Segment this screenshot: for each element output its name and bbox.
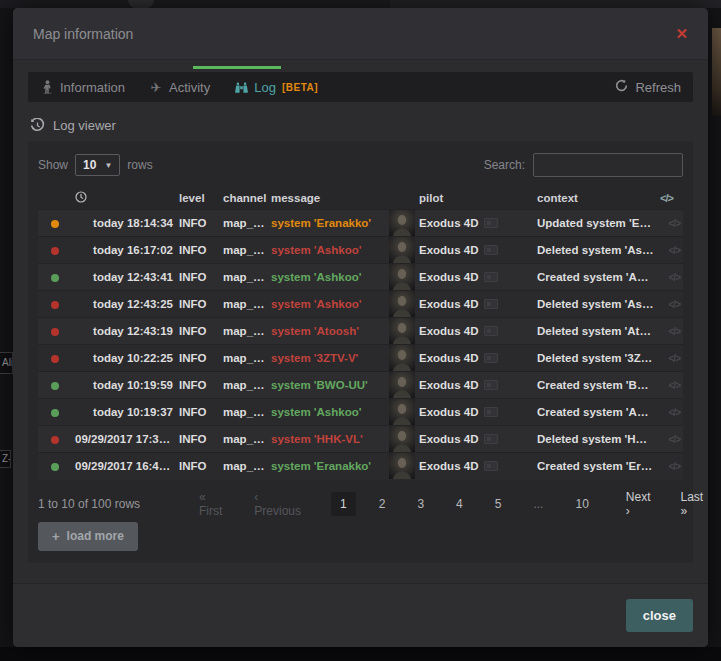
- log-viewer-heading: Log viewer: [30, 118, 691, 133]
- search-input[interactable]: [533, 153, 683, 177]
- next-page-button[interactable]: Next ›: [617, 485, 660, 523]
- id-card-icon[interactable]: [484, 461, 498, 471]
- page-button[interactable]: 3: [408, 492, 433, 516]
- code-icon[interactable]: </>: [669, 407, 680, 418]
- log-message: system '3ZTV-V': [268, 345, 388, 372]
- code-icon[interactable]: </>: [669, 245, 680, 256]
- table-row[interactable]: today 16:17:02 INFO map_16 system 'Ashko…: [38, 237, 683, 264]
- pilot-cell: Exodus 4D: [416, 372, 534, 399]
- refresh-button[interactable]: Refresh: [615, 79, 681, 95]
- tab-log[interactable]: Log [BETA]: [234, 80, 318, 95]
- id-card-icon[interactable]: [484, 380, 498, 390]
- log-channel: map_16: [220, 318, 268, 345]
- log-context: Created system 'Ashkoo' ...: [534, 399, 657, 426]
- page-button[interactable]: 4: [447, 492, 472, 516]
- pagination: 1 to 10 of 100 rows « First ‹ Previous 1…: [38, 490, 683, 518]
- context-column-header[interactable]: context: [534, 187, 657, 210]
- tab-information[interactable]: Information: [40, 80, 125, 95]
- backdrop-artifact: [712, 28, 721, 116]
- last-page-button[interactable]: Last »: [672, 485, 708, 523]
- id-card-icon[interactable]: [484, 272, 498, 282]
- log-table-body: today 18:14:34 INFO map_16 system 'Erana…: [38, 210, 683, 480]
- page-ellipsis: ...: [524, 492, 552, 516]
- log-level: INFO: [176, 291, 220, 318]
- table-row[interactable]: today 10:22:25 INFO map_16 system '3ZTV-…: [38, 345, 683, 372]
- avatar-cell: [388, 237, 416, 264]
- close-icon[interactable]: ✕: [675, 26, 688, 41]
- code-cell: </>: [657, 453, 683, 480]
- log-channel: map_16: [220, 345, 268, 372]
- log-time: today 12:43:25: [72, 291, 176, 318]
- pilot-cell: Exodus 4D: [416, 264, 534, 291]
- close-button[interactable]: close: [626, 599, 693, 632]
- load-more-button[interactable]: + load more: [38, 522, 138, 551]
- code-icon[interactable]: </>: [669, 353, 680, 364]
- table-row[interactable]: today 18:14:34 INFO map_16 system 'Erana…: [38, 210, 683, 237]
- tab-activity[interactable]: ✈ Activity: [149, 80, 210, 95]
- pilot-cell: Exodus 4D: [416, 399, 534, 426]
- search-control: Search:: [484, 153, 683, 177]
- table-row[interactable]: 09/29/2017 17:34:25 INFO map_16 system '…: [38, 426, 683, 453]
- code-icon[interactable]: </>: [669, 218, 680, 229]
- first-page-button[interactable]: « First: [190, 485, 231, 523]
- code-icon[interactable]: </>: [669, 272, 680, 283]
- dialog-header: Map information ✕: [13, 8, 708, 60]
- table-row[interactable]: today 10:19:37 INFO map_16 system 'Ashko…: [38, 399, 683, 426]
- log-context: Deleted system 'HHK-VL' ...: [534, 426, 657, 453]
- log-level: INFO: [176, 399, 220, 426]
- code-column-header[interactable]: </>: [657, 187, 683, 210]
- id-card-icon[interactable]: [484, 218, 498, 228]
- channel-column-header[interactable]: channel: [220, 187, 268, 210]
- code-cell: </>: [657, 264, 683, 291]
- refresh-icon: [615, 79, 628, 95]
- table-row[interactable]: today 12:43:41 INFO map_16 system 'Ashko…: [38, 264, 683, 291]
- code-icon[interactable]: </>: [669, 299, 680, 310]
- search-label: Search:: [484, 158, 525, 172]
- log-message: system 'HHK-VL': [268, 426, 388, 453]
- status-dot: [51, 436, 59, 444]
- status-cell: [38, 210, 72, 237]
- code-cell: </>: [657, 318, 683, 345]
- log-level: INFO: [176, 372, 220, 399]
- table-row[interactable]: today 10:19:59 INFO map_16 system 'BWO-U…: [38, 372, 683, 399]
- page-button[interactable]: 2: [370, 492, 395, 516]
- id-card-icon[interactable]: [484, 434, 498, 444]
- status-cell: [38, 264, 72, 291]
- table-row[interactable]: today 12:43:25 INFO map_16 system 'Ashko…: [38, 291, 683, 318]
- pilot-column-header[interactable]: pilot: [416, 187, 534, 210]
- pilot-name: Exodus 4D: [419, 379, 478, 391]
- pagination-pages: « First ‹ Previous 12345...10 Next › Las…: [190, 485, 708, 523]
- page-size-select[interactable]: 10 ▼: [75, 154, 120, 176]
- level-column-header[interactable]: level: [176, 187, 220, 210]
- avatar-cell: [388, 372, 416, 399]
- id-card-icon[interactable]: [484, 326, 498, 336]
- id-card-icon[interactable]: [484, 353, 498, 363]
- binoculars-icon: [234, 81, 248, 94]
- backdrop-artifact: [390, 0, 721, 8]
- id-card-icon[interactable]: [484, 407, 498, 417]
- code-icon[interactable]: </>: [669, 461, 680, 472]
- time-column-header[interactable]: [72, 187, 176, 210]
- log-level: INFO: [176, 345, 220, 372]
- message-column-header[interactable]: message: [268, 187, 388, 210]
- pilot-cell: Exodus 4D: [416, 426, 534, 453]
- log-context: Created system 'BWO-UU'...: [534, 372, 657, 399]
- id-card-icon[interactable]: [484, 299, 498, 309]
- backdrop-artifact: [0, 647, 721, 661]
- pilot-name: Exodus 4D: [419, 352, 478, 364]
- page-button[interactable]: 1: [331, 492, 356, 516]
- pilot-name: Exodus 4D: [419, 298, 478, 310]
- status-column-header[interactable]: [38, 187, 72, 210]
- code-icon[interactable]: </>: [669, 326, 680, 337]
- table-row[interactable]: today 12:43:19 INFO map_16 system 'Atoos…: [38, 318, 683, 345]
- log-context: Created system 'Ashkoo' ...: [534, 264, 657, 291]
- page-button[interactable]: 10: [566, 492, 597, 516]
- previous-page-button[interactable]: ‹ Previous: [245, 485, 310, 523]
- code-icon[interactable]: </>: [669, 434, 680, 445]
- table-row[interactable]: 09/29/2017 16:41:17 INFO map_16 system '…: [38, 453, 683, 480]
- background-system-label: Ali: [0, 352, 13, 374]
- avatar-cell: [388, 399, 416, 426]
- code-icon[interactable]: </>: [669, 380, 680, 391]
- page-button[interactable]: 5: [486, 492, 511, 516]
- id-card-icon[interactable]: [484, 245, 498, 255]
